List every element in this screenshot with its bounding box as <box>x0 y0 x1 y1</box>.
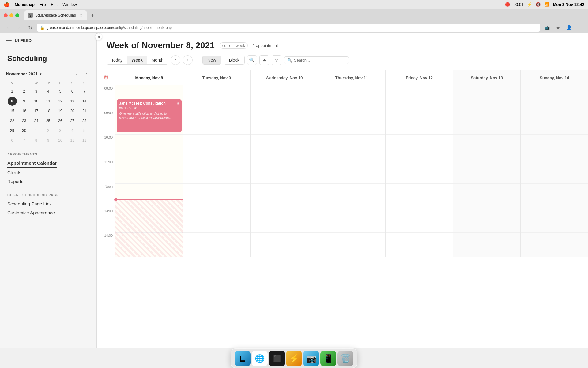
mini-calendar-day-23[interactable]: 23 <box>20 116 29 125</box>
calendar-prev-button[interactable]: ‹ <box>171 55 180 65</box>
mini-calendar-day-6[interactable]: 6 <box>68 87 77 96</box>
calendar-col-friday[interactable] <box>385 85 453 257</box>
app-menu[interactable]: Monosnap <box>15 2 35 7</box>
browser-tab-active[interactable]: S Squarespace Scheduling ✕ <box>24 10 87 20</box>
calendar-col-sunday[interactable] <box>520 85 588 257</box>
mini-calendar-day-6[interactable]: 6 <box>8 136 17 145</box>
mini-calendar-day-9[interactable]: 9 <box>43 136 53 145</box>
week-view-button[interactable]: Week <box>127 56 147 64</box>
cast-button[interactable]: 📺 <box>543 23 551 32</box>
extensions-button[interactable]: ⋮ <box>576 23 584 32</box>
mini-calendar-day-12[interactable]: 12 <box>56 97 65 106</box>
appointment-jane-mctest[interactable]: Jane McTest: Consultation $ 09:30-10:20 … <box>117 99 182 132</box>
mini-calendar-day-10[interactable]: 10 <box>56 136 65 145</box>
mini-calendar-day-10[interactable]: 10 <box>32 97 41 106</box>
mini-calendar-day-5[interactable]: 5 <box>80 126 89 135</box>
mini-calendar-day-5[interactable]: 5 <box>56 87 65 96</box>
time-slot-1100: 11:00 <box>97 159 115 183</box>
hamburger-menu-button[interactable] <box>6 39 12 42</box>
mini-calendar-day-21[interactable]: 21 <box>80 106 89 116</box>
tab-close-button[interactable]: ✕ <box>78 13 83 18</box>
mini-calendar-day-1[interactable]: 1 <box>32 126 41 135</box>
dock-monosnap-icon[interactable]: 📷 <box>303 351 319 366</box>
mini-calendar-day-27[interactable]: 27 <box>68 116 77 125</box>
mini-calendar-day-17[interactable]: 17 <box>32 106 41 116</box>
window-menu[interactable]: Window <box>62 2 77 7</box>
reload-button[interactable]: ↻ <box>26 23 34 32</box>
mini-calendar-day-4[interactable]: 4 <box>68 126 77 135</box>
sidebar-item-clients[interactable]: Clients <box>7 168 89 177</box>
mini-calendar-day-20[interactable]: 20 <box>68 106 77 116</box>
dock-finder-icon[interactable]: 🖥 <box>235 351 251 366</box>
profile-button[interactable]: 👤 <box>565 23 573 32</box>
dock-chrome-icon[interactable]: 🌐 <box>252 351 268 366</box>
mini-calendar-day-14[interactable]: 14 <box>80 97 89 106</box>
close-window-button[interactable] <box>4 13 8 17</box>
mini-calendar-day-3[interactable]: 3 <box>56 126 65 135</box>
today-button[interactable]: Today <box>107 56 127 64</box>
url-bar[interactable]: 🔒 grouse-mandarin-sxnl.squarespace.com/c… <box>37 24 540 32</box>
share-button[interactable]: 🖥 <box>259 55 269 65</box>
mini-calendar-day-26[interactable]: 26 <box>56 116 65 125</box>
search-input[interactable] <box>294 58 345 63</box>
mini-calendar-day-7[interactable]: 7 <box>80 87 89 96</box>
mini-calendar-prev-button[interactable]: ‹ <box>73 70 81 78</box>
mini-calendar-day-2[interactable]: 2 <box>43 126 53 135</box>
mini-calendar-day-2[interactable]: 2 <box>20 87 29 96</box>
sidebar-collapse-button[interactable]: ◀ <box>95 33 102 40</box>
new-tab-button[interactable]: + <box>88 12 97 20</box>
edit-menu[interactable]: Edit <box>51 2 58 7</box>
minimize-window-button[interactable] <box>9 13 13 17</box>
dock-bolt-icon[interactable]: ⚡ <box>286 351 302 366</box>
mini-calendar-day-8[interactable]: 8 <box>32 136 41 145</box>
mini-calendar-day-11[interactable]: 11 <box>43 97 53 106</box>
calendar-col-tuesday[interactable] <box>183 85 251 257</box>
mini-calendar-day-9[interactable]: 9 <box>20 97 29 106</box>
mini-calendar-day-1[interactable]: 1 <box>8 87 17 96</box>
mini-calendar-day-22[interactable]: 22 <box>8 116 17 125</box>
mini-calendar-day-29[interactable]: 29 <box>8 126 17 135</box>
calendar-col-saturday[interactable] <box>453 85 521 257</box>
mini-calendar-day-4[interactable]: 4 <box>43 87 53 96</box>
mini-calendar-day-18[interactable]: 18 <box>43 106 53 116</box>
file-menu[interactable]: File <box>40 2 46 7</box>
maximize-window-button[interactable] <box>15 13 19 17</box>
sidebar-item-appointment-calendar[interactable]: Appointment Calendar <box>7 159 57 168</box>
dock-trash-icon[interactable]: 🗑️ <box>337 351 353 366</box>
mini-calendar-day-11[interactable]: 11 <box>68 136 77 145</box>
mini-calendar-day-24[interactable]: 24 <box>32 116 41 125</box>
mini-calendar-day-16[interactable]: 16 <box>20 106 29 116</box>
new-appointment-button[interactable]: New <box>202 56 221 65</box>
mini-calendar-day-28[interactable]: 28 <box>80 116 89 125</box>
calendar-day-header-fri: Friday, Nov 12 <box>385 70 453 85</box>
mini-calendar-day-15[interactable]: 15 <box>8 106 17 116</box>
mini-calendar-day-13[interactable]: 13 <box>68 97 77 106</box>
sidebar-item-scheduling-page-link[interactable]: Scheduling Page Link <box>7 199 89 208</box>
window-controls[interactable] <box>4 13 19 17</box>
calendar-col-monday[interactable]: Jane McTest: Consultation $ 09:30-10:20 … <box>115 85 183 257</box>
back-button[interactable]: ‹ <box>4 23 12 32</box>
dock-phone-icon[interactable]: 📱 <box>320 351 336 366</box>
calendar-col-wednesday[interactable] <box>250 85 318 257</box>
calendar-col-thursday[interactable] <box>318 85 386 257</box>
block-button[interactable]: Block <box>224 56 245 65</box>
mini-calendar-day-25[interactable]: 25 <box>43 116 53 125</box>
zoom-button[interactable]: 🔍 <box>247 55 257 65</box>
mini-calendar-day-7[interactable]: 7 <box>20 136 29 145</box>
sidebar-item-reports[interactable]: Reports <box>7 177 89 186</box>
mini-calendar-day-3[interactable]: 3 <box>32 87 41 96</box>
mini-calendar-day-19[interactable]: 19 <box>56 106 65 116</box>
search-bar[interactable]: 🔍 <box>284 56 349 64</box>
mini-calendar-next-button[interactable]: › <box>83 70 90 78</box>
apple-menu[interactable]: 🍎 <box>4 2 10 7</box>
month-view-button[interactable]: Month <box>147 56 168 64</box>
help-button[interactable]: ? <box>272 55 281 65</box>
calendar-next-button[interactable]: › <box>183 55 193 65</box>
mini-calendar-day-12[interactable]: 12 <box>80 136 89 145</box>
forward-button[interactable]: › <box>15 23 23 32</box>
dock-terminal-icon[interactable]: ⬛ <box>269 351 285 366</box>
sidebar-item-customize-appearance[interactable]: Customize Appearance <box>7 208 89 217</box>
bookmark-button[interactable]: ★ <box>554 23 562 32</box>
mini-calendar-day-30[interactable]: 30 <box>20 126 29 135</box>
mini-calendar-day-8[interactable]: 8 <box>8 97 17 106</box>
